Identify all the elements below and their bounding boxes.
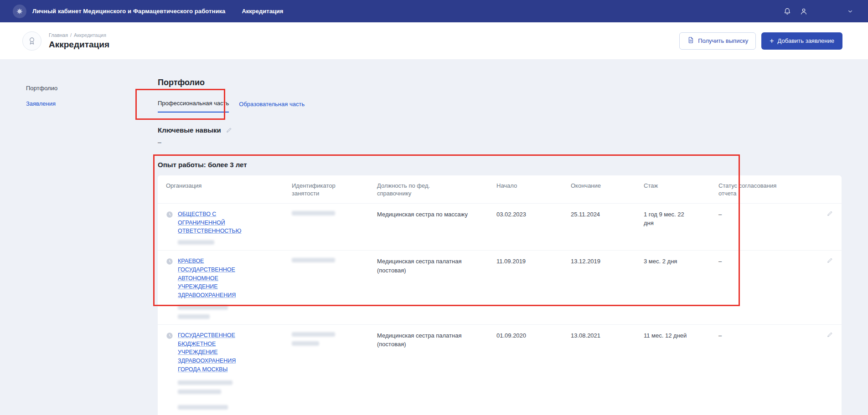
key-skills-title: Ключевые навыки xyxy=(158,126,221,134)
column-header-employment-id: Идентификатор занятости xyxy=(292,182,343,198)
user-profile-icon[interactable] xyxy=(800,7,808,15)
employment-id-cell xyxy=(292,257,377,319)
redacted-text xyxy=(178,389,221,394)
emblem-logo-icon xyxy=(13,5,26,18)
plus-icon: + xyxy=(770,37,774,45)
tab-professional[interactable]: Профессиональная часть xyxy=(158,100,229,113)
start-date-cell: 03.02.2023 xyxy=(496,210,571,245)
position-cell: Медицинская сестра по массажу xyxy=(377,210,468,245)
chevron-down-icon[interactable] xyxy=(847,8,853,15)
column-header-organization: Организация xyxy=(166,182,292,198)
add-application-label: Добавить заявление xyxy=(778,37,834,44)
position-cell: Медицинская сестра палатная (постовая) xyxy=(377,331,468,410)
employment-id-cell xyxy=(292,331,377,410)
edit-key-skills-icon[interactable] xyxy=(226,127,232,133)
column-header-end: Окончание xyxy=(571,182,644,198)
navbar-right xyxy=(775,7,856,15)
employment-id-cell xyxy=(292,210,377,245)
top-navbar: Личный кабинет Медицинского и Фармацевти… xyxy=(0,0,868,22)
page-header-actions: Получить выписку + Добавить заявление xyxy=(679,32,842,50)
organization-cell: ОБЩЕСТВО С ОГРАНИЧЕННОЙ ОТВЕТСТВЕННОСТЬЮ xyxy=(178,210,256,245)
clock-icon xyxy=(166,211,173,245)
end-date-cell: 13.12.2019 xyxy=(571,257,644,319)
experience-table: Организация Идентификатор занятости Долж… xyxy=(158,175,842,415)
sidebar: Портфолио Заявления xyxy=(26,85,57,107)
redacted-text xyxy=(292,332,335,337)
table-header-row: Организация Идентификатор занятости Долж… xyxy=(158,175,842,203)
report-status-cell: – xyxy=(718,210,821,245)
report-status-cell: – xyxy=(718,257,821,319)
column-header-start: Начало xyxy=(496,182,571,198)
organization-link[interactable]: КРАЕВОЕ ГОСУДАРСТВЕННОЕ АВТОНОМНОЕ УЧРЕЖ… xyxy=(178,257,256,300)
report-status-cell: – xyxy=(718,331,821,410)
start-date-cell: 11.09.2019 xyxy=(496,257,571,319)
position-cell: Медицинская сестра палатная (постовая) xyxy=(377,257,468,319)
edit-row-icon[interactable] xyxy=(827,210,833,217)
experience-title: Опыт работы: более 3 лет xyxy=(158,161,842,169)
nav-item-accreditation[interactable]: Аккредитация xyxy=(242,8,283,15)
clock-icon xyxy=(166,332,173,410)
organization-cell: ГОСУДАРСТВЕННОЕ БЮДЖЕТНОЕ УЧРЕЖДЕНИЕ ЗДР… xyxy=(178,331,256,410)
sidebar-item-applications[interactable]: Заявления xyxy=(26,100,57,107)
column-header-actions xyxy=(821,182,833,198)
page-title: Аккредитация xyxy=(49,40,109,50)
redacted-text xyxy=(292,258,335,262)
organization-link[interactable]: ГОСУДАРСТВЕННОЕ БЮДЖЕТНОЕ УЧРЕЖДЕНИЕ ЗДР… xyxy=(178,331,256,374)
end-date-cell: 13.08.2021 xyxy=(571,331,644,410)
clock-icon xyxy=(166,258,173,319)
accreditation-medal-icon xyxy=(22,31,41,51)
organization-cell: КРАЕВОЕ ГОСУДАРСТВЕННОЕ АВТОНОМНОЕ УЧРЕЖ… xyxy=(178,257,256,319)
edit-row-icon[interactable] xyxy=(827,257,833,264)
redacted-text xyxy=(292,341,319,346)
key-skills-section: Ключевые навыки – xyxy=(158,126,842,146)
breadcrumb-current: Аккредитация xyxy=(74,32,106,38)
sidebar-item-portfolio[interactable]: Портфолио xyxy=(26,85,57,92)
get-extract-button[interactable]: Получить выписку xyxy=(679,32,756,50)
page: Личный кабинет Медицинского и Фармацевти… xyxy=(0,0,868,415)
end-date-cell: 25.11.2024 xyxy=(571,210,644,245)
breadcrumb: Главная / Аккредитация xyxy=(49,32,109,38)
table-row: ОБЩЕСТВО С ОГРАНИЧЕННОЙ ОТВЕТСТВЕННОСТЬЮ… xyxy=(158,203,842,250)
page-header-text: Главная / Аккредитация Аккредитация xyxy=(49,32,109,50)
app-title: Личный кабинет Медицинского и Фармацевти… xyxy=(32,8,225,15)
portfolio-heading: Портфолио xyxy=(158,78,842,87)
tab-educational[interactable]: Образовательная часть xyxy=(239,101,305,113)
table-row: КРАЕВОЕ ГОСУДАРСТВЕННОЕ АВТОНОМНОЕ УЧРЕЖ… xyxy=(158,250,842,324)
column-header-position: Должность по фед. справочнику xyxy=(377,182,445,198)
column-header-duration: Стаж xyxy=(644,182,718,198)
portfolio-tabs: Профессиональная часть Образовательная ч… xyxy=(158,100,842,113)
redacted-text xyxy=(178,380,232,385)
breadcrumb-home[interactable]: Главная xyxy=(49,32,68,38)
page-header: Главная / Аккредитация Аккредитация Полу… xyxy=(0,22,868,59)
main-panel: Портфолио Профессиональная часть Образов… xyxy=(158,59,842,415)
content-area: Портфолио Заявления Портфолио Профессион… xyxy=(0,59,868,415)
redacted-text xyxy=(178,405,228,410)
duration-cell: 3 мес. 2 дня xyxy=(644,257,689,319)
document-icon xyxy=(687,36,694,45)
redacted-text xyxy=(292,211,335,215)
duration-cell: 1 год 9 мес. 22 дня xyxy=(644,210,689,245)
organization-link[interactable]: ОБЩЕСТВО С ОГРАНИЧЕННОЙ ОТВЕТСТВЕННОСТЬЮ xyxy=(178,210,256,236)
duration-cell: 11 мес. 12 дней xyxy=(644,331,689,410)
notifications-bell-icon[interactable] xyxy=(783,7,791,15)
table-row: ГОСУДАРСТВЕННОЕ БЮДЖЕТНОЕ УЧРЕЖДЕНИЕ ЗДР… xyxy=(158,324,842,415)
redacted-text xyxy=(178,305,228,310)
edit-row-icon[interactable] xyxy=(827,331,833,338)
redacted-text xyxy=(178,240,214,245)
redacted-text xyxy=(178,314,210,319)
breadcrumb-separator: / xyxy=(70,32,72,38)
add-application-button[interactable]: + Добавить заявление xyxy=(761,32,842,50)
column-header-report-status: Статус согласования отчета xyxy=(718,182,795,198)
start-date-cell: 01.09.2020 xyxy=(496,331,571,410)
key-skills-value: – xyxy=(158,138,842,146)
get-extract-label: Получить выписку xyxy=(698,37,748,44)
